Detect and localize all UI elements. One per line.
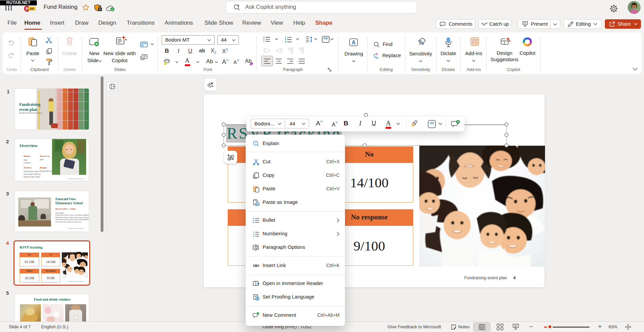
svg-text:P: P [26, 7, 28, 11]
svg-text:3: 3 [285, 41, 286, 43]
svg-text:3: 3 [253, 235, 254, 237]
svg-text:c: c [377, 56, 378, 59]
svg-text:DF: DF [30, 7, 34, 10]
svg-text:i: i [255, 142, 256, 145]
svg-text:2: 2 [253, 233, 254, 235]
svg-text:b: b [376, 52, 378, 56]
svg-text:A: A [352, 40, 356, 45]
